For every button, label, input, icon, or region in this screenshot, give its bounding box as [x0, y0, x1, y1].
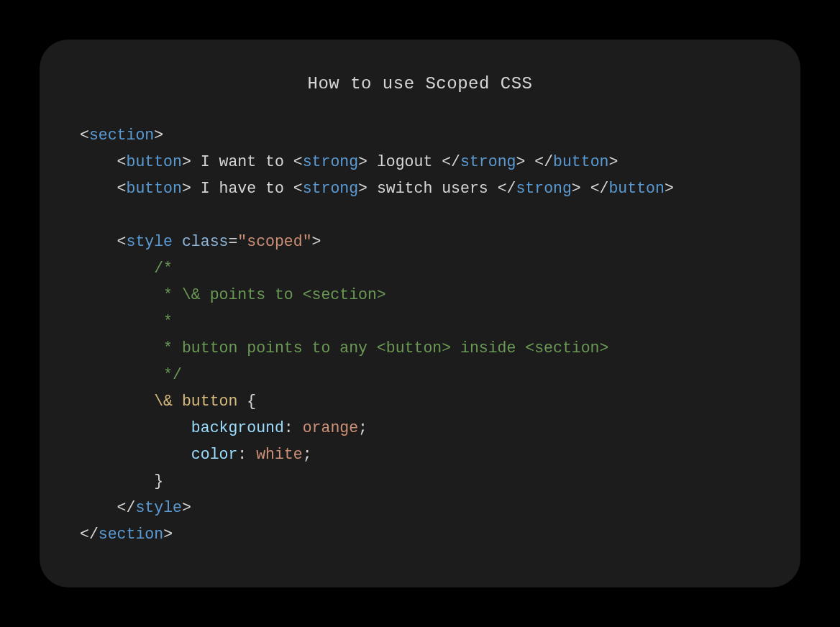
code-token: [80, 472, 154, 490]
code-token: button: [608, 180, 664, 197]
code-token: > I have to <: [182, 180, 303, 197]
code-token: >: [182, 499, 191, 516]
code-token: [80, 499, 117, 516]
code-token: [80, 180, 117, 197]
code-token: > switch users </: [358, 180, 516, 197]
code-token: */: [154, 366, 182, 383]
code-token: :: [237, 446, 256, 463]
code-token: <: [80, 127, 89, 144]
code-token: style: [127, 233, 173, 250]
code-token: {: [237, 393, 256, 410]
code-token: }: [154, 472, 163, 490]
code-token: \& button: [154, 393, 237, 410]
code-line: */: [80, 366, 182, 383]
code-token: /*: [154, 260, 173, 277]
code-card: How to use Scoped CSS <section> <button>…: [40, 40, 800, 587]
code-token: [80, 339, 154, 357]
code-token: [80, 366, 154, 383]
code-token: <: [117, 180, 127, 197]
code-token: [80, 419, 191, 436]
code-token: strong: [303, 153, 358, 170]
code-line: </section>: [80, 526, 173, 543]
code-line: <button> I want to <strong> logout </str…: [80, 153, 618, 170]
code-token: <: [117, 233, 127, 250]
code-token: >: [163, 526, 173, 543]
code-token: section: [89, 127, 154, 144]
code-token: > </: [572, 180, 609, 197]
code-token: <: [117, 153, 127, 170]
code-token: =: [228, 233, 237, 250]
code-token: [80, 393, 154, 410]
code-block: <section> <button> I want to <strong> lo…: [80, 122, 760, 548]
code-token: ;: [358, 419, 368, 436]
code-line: *: [80, 313, 173, 330]
code-token: >: [608, 153, 618, 170]
code-line: }: [80, 472, 163, 490]
code-token: > I want to <: [182, 153, 303, 170]
code-line: background: orange;: [80, 419, 368, 436]
code-token: class: [182, 233, 229, 250]
code-line: color: white;: [80, 446, 312, 463]
code-token: [80, 233, 117, 250]
code-line: <section>: [80, 127, 163, 144]
code-token: </: [117, 499, 136, 516]
code-token: style: [135, 499, 182, 516]
card-title: How to use Scoped CSS: [80, 74, 760, 93]
code-token: [80, 153, 117, 170]
code-token: strong: [460, 153, 516, 170]
code-token: >: [312, 233, 321, 250]
code-token: color: [191, 446, 238, 463]
code-token: [173, 233, 182, 250]
code-token: >: [154, 127, 163, 144]
code-token: button: [553, 153, 608, 170]
code-token: > logout </: [358, 153, 460, 170]
code-token: [80, 446, 191, 463]
code-token: strong: [516, 180, 571, 197]
code-line: /*: [80, 260, 173, 277]
code-line: <button> I have to <strong> switch users…: [80, 180, 674, 197]
code-token: background: [191, 419, 284, 436]
code-token: > </: [516, 153, 553, 170]
code-token: *: [154, 313, 173, 330]
code-line: </style>: [80, 499, 191, 516]
code-line: * button points to any <button> inside <…: [80, 339, 608, 357]
code-token: >: [665, 180, 674, 197]
code-token: :: [284, 419, 303, 436]
code-token: button: [127, 153, 182, 170]
code-token: section: [99, 526, 163, 543]
code-token: </: [80, 526, 99, 543]
code-token: orange: [303, 419, 358, 436]
code-line: <style class="scoped">: [80, 233, 321, 250]
code-line: \& button {: [80, 393, 256, 410]
code-token: ;: [303, 446, 312, 463]
code-line: * \& points to <section>: [80, 286, 386, 303]
code-token: * \& points to <section>: [154, 286, 386, 303]
code-token: [80, 260, 154, 277]
code-token: white: [256, 446, 303, 463]
code-token: strong: [303, 180, 358, 197]
code-token: button: [127, 180, 182, 197]
code-token: [80, 313, 154, 330]
code-token: [80, 286, 154, 303]
code-token: * button points to any <button> inside <…: [154, 339, 608, 357]
code-token: "scoped": [237, 233, 311, 250]
